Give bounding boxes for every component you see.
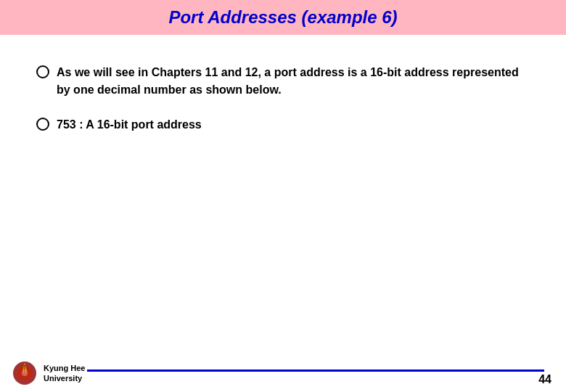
svg-point-2 [22,370,28,376]
page-number: 44 [538,373,551,386]
bullet-marker-1 [36,65,49,78]
university-name-block: Kyung Hee University [44,363,85,384]
university-name-line2: University [44,373,85,383]
bullet-item-1: As we will see in Chapters 11 and 12, a … [36,64,530,99]
footer: Kyung Hee University [0,354,566,392]
logo-area: Kyung Hee University [12,360,85,386]
slide-title: Port Addresses (example 6) [168,7,397,27]
bullet-text-2: 753 : A 16-bit port address [57,116,530,134]
bullet-item-2: 753 : A 16-bit port address [36,116,530,134]
title-bar: Port Addresses (example 6) [0,0,566,35]
content-area: As we will see in Chapters 11 and 12, a … [0,57,566,158]
university-logo [12,360,38,386]
university-name-line1: Kyung Hee [44,363,85,373]
bullet-marker-2 [36,118,49,131]
slide: Port Addresses (example 6) As we will se… [0,0,566,392]
bullet-text-1: As we will see in Chapters 11 and 12, a … [57,64,530,99]
footer-line [87,369,544,372]
